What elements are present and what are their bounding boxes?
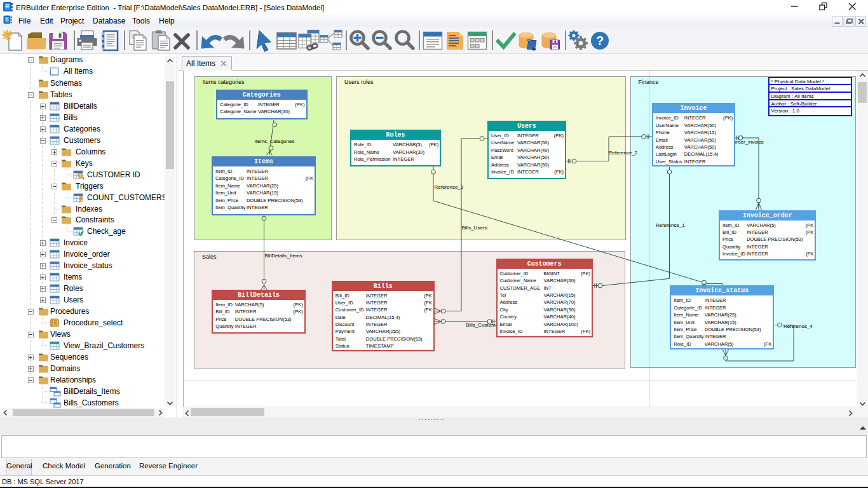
svg-text:?: ? (596, 34, 604, 48)
